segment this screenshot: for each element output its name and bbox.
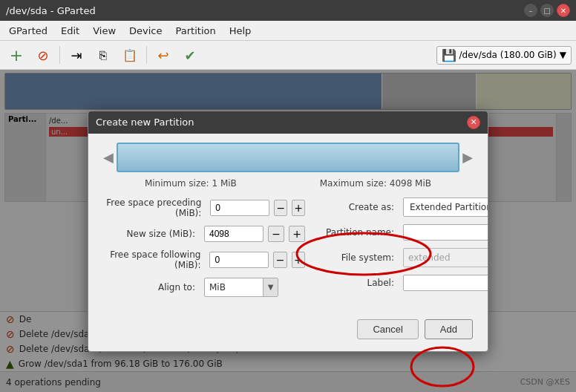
label-row: Label: <box>317 275 488 291</box>
create-as-row: Create as: Extended Partition ▼ <box>317 197 488 217</box>
dialog-title-bar: Create new Partition ✕ <box>88 111 488 134</box>
new-size-label: New size (MiB): <box>103 229 200 239</box>
free-space-following-row: Free space following (MiB): − + <box>103 249 305 270</box>
partition-name-input[interactable] <box>403 224 488 241</box>
file-system-row: File system: extended ▼ <box>317 248 488 267</box>
max-size-label: Maximum size: 4098 MiB <box>320 178 431 189</box>
align-to-label: Align to: <box>103 282 200 293</box>
menu-bar: GParted Edit View Device Partition Help <box>0 21 576 40</box>
free-space-following-minus[interactable]: − <box>273 252 287 268</box>
align-to-arrow-icon: ▼ <box>263 278 278 296</box>
add-button[interactable]: Add <box>425 319 473 339</box>
paste-btn[interactable]: 📋 <box>118 43 142 67</box>
align-to-value: MiB <box>205 282 263 293</box>
file-system-value: extended <box>404 252 488 263</box>
min-size-label: Minimum size: 1 MiB <box>145 178 237 189</box>
menu-device[interactable]: Device <box>123 24 168 38</box>
new-size-minus[interactable]: − <box>268 226 284 242</box>
window-controls: – □ ✕ <box>524 4 570 17</box>
cancel-button[interactable]: Cancel <box>357 319 418 339</box>
create-as-label: Create as: <box>317 202 399 212</box>
free-space-preceding-plus[interactable]: + <box>292 200 305 216</box>
file-system-dropdown: extended ▼ <box>403 248 488 267</box>
form-grid: Free space preceding (MiB): − + New size… <box>88 197 488 313</box>
new-size-row: New size (MiB): − + <box>103 226 305 242</box>
dialog-overlay: Create new Partition ✕ ◀ ▶ Minimum size:… <box>0 70 576 392</box>
form-right: Create as: Extended Partition ▼ Partitio… <box>311 197 488 304</box>
align-to-dropdown[interactable]: MiB ▼ <box>204 278 278 297</box>
create-as-value: Extended Partition <box>404 202 488 212</box>
disk-arrow-icon: ▼ <box>560 50 566 60</box>
label-label: Label: <box>317 278 399 288</box>
menu-edit[interactable]: Edit <box>55 24 85 38</box>
menu-view[interactable]: View <box>87 24 122 38</box>
dialog-buttons: Cancel Add <box>88 313 488 351</box>
close-btn[interactable]: ✕ <box>557 4 570 17</box>
visual-arrow-left[interactable]: ◀ <box>103 149 114 165</box>
dialog-close-btn[interactable]: ✕ <box>467 116 480 129</box>
new-size-plus[interactable]: + <box>289 226 305 242</box>
create-as-dropdown[interactable]: Extended Partition ▼ <box>403 197 488 217</box>
maximize-btn[interactable]: □ <box>540 4 554 17</box>
create-partition-dialog: Create new Partition ✕ ◀ ▶ Minimum size:… <box>88 111 488 352</box>
delete-btn[interactable]: ⊘ <box>31 43 55 67</box>
visual-arrow-right[interactable]: ▶ <box>462 149 473 165</box>
visual-bar <box>117 143 459 172</box>
label-input[interactable] <box>403 275 488 291</box>
free-space-preceding-input[interactable] <box>210 200 269 216</box>
free-space-preceding-minus[interactable]: − <box>274 200 287 216</box>
toolbar: + ⊘ ⇥ ⎘ 📋 ↩ ✔ 💾 /dev/sda (180.00 GiB) ▼ <box>0 40 576 70</box>
undo-btn[interactable]: ↩ <box>151 43 175 67</box>
title-bar: /dev/sda - GParted – □ ✕ <box>0 0 576 21</box>
free-space-preceding-label: Free space preceding (MiB): <box>103 197 206 218</box>
file-system-label: File system: <box>317 252 399 263</box>
disk-selector-area: 💾 /dev/sda (180.00 GiB) ▼ <box>436 46 572 65</box>
free-space-preceding-row: Free space preceding (MiB): − + <box>103 197 305 218</box>
minimize-btn[interactable]: – <box>524 4 537 17</box>
toolbar-separator-1 <box>59 46 60 64</box>
menu-gparted[interactable]: GParted <box>3 24 53 38</box>
disk-selector[interactable]: 💾 /dev/sda (180.00 GiB) ▼ <box>436 46 572 65</box>
free-space-following-plus[interactable]: + <box>292 252 305 268</box>
dialog-title: Create new Partition <box>96 117 194 128</box>
copy-btn[interactable]: ⎘ <box>91 43 115 67</box>
partition-name-row: Partition name: <box>317 224 488 241</box>
window-title: /dev/sda - GParted <box>6 5 96 16</box>
form-left: Free space preceding (MiB): − + New size… <box>97 197 311 304</box>
new-size-input[interactable] <box>204 226 264 242</box>
resize-btn[interactable]: ⇥ <box>65 43 88 67</box>
svg-point-1 <box>411 347 474 386</box>
apply-btn[interactable]: ✔ <box>178 43 202 67</box>
menu-help[interactable]: Help <box>223 24 258 38</box>
partition-visual: ◀ ▶ <box>103 143 473 172</box>
toolbar-separator-2 <box>146 46 147 64</box>
disk-label: /dev/sda (180.00 GiB) <box>459 50 557 60</box>
new-btn[interactable]: + <box>4 43 28 67</box>
free-space-following-label: Free space following (MiB): <box>103 249 205 270</box>
size-info: Minimum size: 1 MiB Maximum size: 4098 M… <box>88 178 488 197</box>
align-to-row: Align to: MiB ▼ <box>103 278 305 297</box>
menu-partition[interactable]: Partition <box>170 24 222 38</box>
free-space-following-input[interactable] <box>209 252 269 268</box>
partition-name-label: Partition name: <box>317 227 399 238</box>
